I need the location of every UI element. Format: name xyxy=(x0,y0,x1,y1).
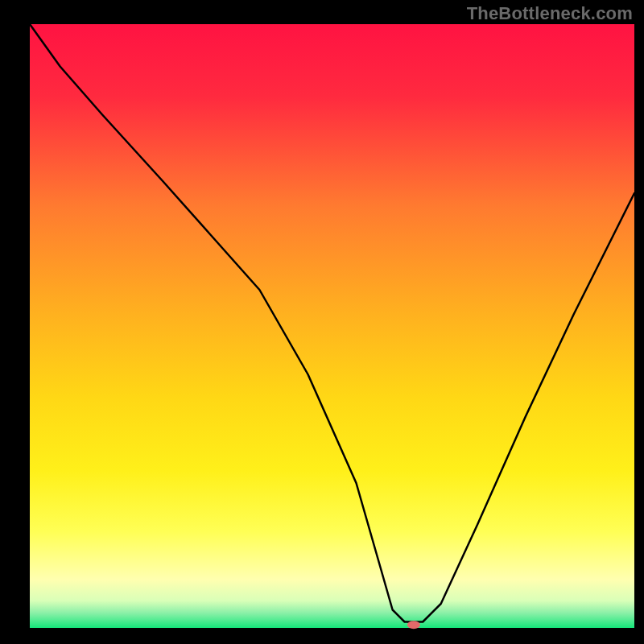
chart-frame: TheBottleneck.com xyxy=(0,0,644,644)
gradient-background xyxy=(30,24,634,628)
bottleneck-chart xyxy=(0,0,644,644)
optimal-marker xyxy=(407,621,420,629)
